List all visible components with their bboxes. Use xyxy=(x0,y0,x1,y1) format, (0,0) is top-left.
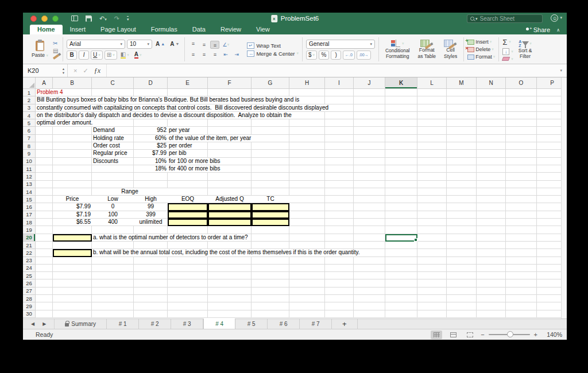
row-header-28[interactable]: 28 xyxy=(23,295,36,302)
cell-G15[interactable]: TC xyxy=(252,196,289,203)
row-header-1[interactable]: 1 xyxy=(23,89,36,96)
sheet-nav-right-icon[interactable]: ▶ xyxy=(42,321,46,327)
cell-B17[interactable]: $7.19 xyxy=(53,211,92,218)
align-center-icon[interactable]: ≡ xyxy=(199,50,208,59)
sheet-tab-4[interactable]: # 4 xyxy=(203,318,235,329)
cancel-entry-icon[interactable]: × xyxy=(74,67,77,74)
row-header-2[interactable]: 2 xyxy=(23,96,36,104)
column-header-C[interactable]: C xyxy=(92,77,134,89)
cell-C6[interactable]: Demand xyxy=(92,127,116,134)
feedback-control[interactable]: ☺ ▾ xyxy=(551,14,562,22)
ribbon-tab-view[interactable]: View xyxy=(249,25,277,34)
collapse-ribbon-icon[interactable]: ∧ xyxy=(556,28,560,33)
currency-format-button[interactable]: $▾ xyxy=(306,50,317,60)
name-box-stepper[interactable]: ▲▼ xyxy=(60,64,68,77)
feedback-dropdown-icon[interactable]: ▾ xyxy=(560,15,562,20)
cut-icon[interactable]: ✂ xyxy=(53,41,59,46)
cell-D18[interactable]: unlimited xyxy=(134,219,168,226)
cell-E6[interactable]: per year xyxy=(168,127,191,134)
sheet-tab-7[interactable]: # 7 xyxy=(300,319,332,329)
cell-C9[interactable]: Regular price xyxy=(92,150,128,157)
cell-C20[interactable]: a. what is the optimal number of detecto… xyxy=(92,234,249,241)
zoom-percentage[interactable]: 140% xyxy=(543,331,562,338)
cell-D16[interactable]: 99 xyxy=(134,203,168,210)
sort-filter-button[interactable]: AZ ▾ Sort & Filter xyxy=(516,40,535,60)
wrap-text-button[interactable]: ↵ Wrap Text xyxy=(247,42,299,49)
undo-icon[interactable]: ↶▾ xyxy=(99,15,107,22)
search-input[interactable] xyxy=(480,15,529,22)
highlighted-input-cell-B20[interactable] xyxy=(53,234,92,242)
decrease-decimal-button[interactable]: .00→ xyxy=(357,50,371,60)
row-header-25[interactable]: 25 xyxy=(23,272,36,279)
orientation-icon[interactable]: ∠▾ xyxy=(221,41,230,49)
redo-icon[interactable]: ↷ xyxy=(114,15,119,22)
merge-center-button[interactable]: ↔ Merge & Center ▾ xyxy=(247,50,299,57)
percent-format-button[interactable]: % xyxy=(319,50,329,60)
cell-D8[interactable]: $25 xyxy=(134,142,168,149)
conditional-formatting-button[interactable]: ▾ Conditional Formatting xyxy=(382,40,413,60)
row-header-19[interactable]: 19 xyxy=(23,226,36,234)
column-header-O[interactable]: O xyxy=(506,77,537,89)
cell-E8[interactable]: per order xyxy=(168,142,194,149)
vertical-scrollbar[interactable] xyxy=(561,77,567,318)
zoom-window-button[interactable] xyxy=(52,15,59,22)
cell-D9[interactable]: $7.99 xyxy=(134,150,168,157)
row-header-24[interactable]: 24 xyxy=(23,265,36,272)
italic-button[interactable]: I xyxy=(79,50,89,60)
cell-A1[interactable]: Problem 4 xyxy=(36,89,64,96)
confirm-entry-icon[interactable]: ✓ xyxy=(83,67,88,75)
row-header-8[interactable]: 8 xyxy=(23,142,36,150)
sheet-tab-2[interactable]: # 2 xyxy=(139,319,171,329)
cell-D17[interactable]: 399 xyxy=(134,211,168,218)
cell-C14[interactable]: Range xyxy=(92,188,168,195)
cell-E9[interactable]: per bib xyxy=(168,150,188,157)
cell-E7[interactable]: of the value of the item, per year xyxy=(168,135,252,142)
highlighted-input-cell-E18[interactable] xyxy=(168,219,208,226)
row-header-12[interactable]: 12 xyxy=(23,173,36,180)
selected-cell-K20[interactable] xyxy=(385,234,417,242)
highlighted-input-cell-G18[interactable] xyxy=(252,219,289,226)
cell-E11[interactable]: for 400 or more bibs xyxy=(168,165,222,172)
column-header-B[interactable]: B xyxy=(53,77,92,89)
column-header-E[interactable]: E xyxy=(168,77,208,89)
cell-D10[interactable]: 10% xyxy=(134,158,168,165)
cell-grid[interactable]: ABCDEFGHIJKLMNOP123456789101112131415161… xyxy=(23,77,567,318)
highlighted-input-cell-F18[interactable] xyxy=(208,219,252,226)
ribbon-tab-page-layout[interactable]: Page Layout xyxy=(93,25,144,34)
highlighted-input-cell-G17[interactable] xyxy=(252,211,289,219)
highlighted-input-cell-F17[interactable] xyxy=(208,211,252,219)
select-all-button[interactable] xyxy=(23,77,36,89)
row-header-6[interactable]: 6 xyxy=(23,127,36,134)
row-header-4[interactable]: 4 xyxy=(23,112,36,119)
clear-button[interactable]: ▾ xyxy=(502,57,513,61)
column-header-M[interactable]: M xyxy=(447,77,477,89)
search-dropdown-icon[interactable]: ▾ xyxy=(475,17,478,21)
highlighted-input-cell-E17[interactable] xyxy=(168,211,208,219)
delete-cells-button[interactable]: Delete▾ xyxy=(467,46,495,52)
row-header-14[interactable]: 14 xyxy=(23,188,36,196)
cell-F15[interactable]: Adjusted Q xyxy=(208,196,252,203)
row-header-10[interactable]: 10 xyxy=(23,158,36,165)
zoom-slider-thumb[interactable] xyxy=(507,331,513,337)
ribbon-tab-review[interactable]: Review xyxy=(213,25,249,34)
column-header-G[interactable]: G xyxy=(252,77,289,89)
row-header-30[interactable]: 30 xyxy=(23,310,36,318)
row-header-15[interactable]: 15 xyxy=(23,196,36,203)
comma-format-button[interactable]: ) xyxy=(331,50,341,60)
search-sheet-box[interactable]: ▾ xyxy=(467,14,543,23)
autosum-button[interactable]: Σ▾ xyxy=(502,38,513,46)
row-header-23[interactable]: 23 xyxy=(23,257,36,265)
insert-function-icon[interactable]: ƒx xyxy=(94,67,100,75)
decrease-indent-icon[interactable]: ⇤ xyxy=(221,50,230,59)
cell-D15[interactable]: High xyxy=(134,196,168,203)
grow-font-button[interactable]: A▲ xyxy=(154,40,167,49)
underline-button[interactable]: U▾ xyxy=(91,50,103,60)
cell-D6[interactable]: 952 xyxy=(134,127,168,134)
row-header-9[interactable]: 9 xyxy=(23,150,36,157)
row-header-20[interactable]: 20 xyxy=(23,234,36,242)
close-window-button[interactable] xyxy=(30,15,37,22)
cell-A5[interactable]: optimal order amount. xyxy=(36,119,94,126)
page-break-view-button[interactable] xyxy=(464,331,475,339)
highlighted-input-cell-G16[interactable] xyxy=(252,203,289,211)
cell-E10[interactable]: for 100 or more bibs xyxy=(168,158,222,165)
